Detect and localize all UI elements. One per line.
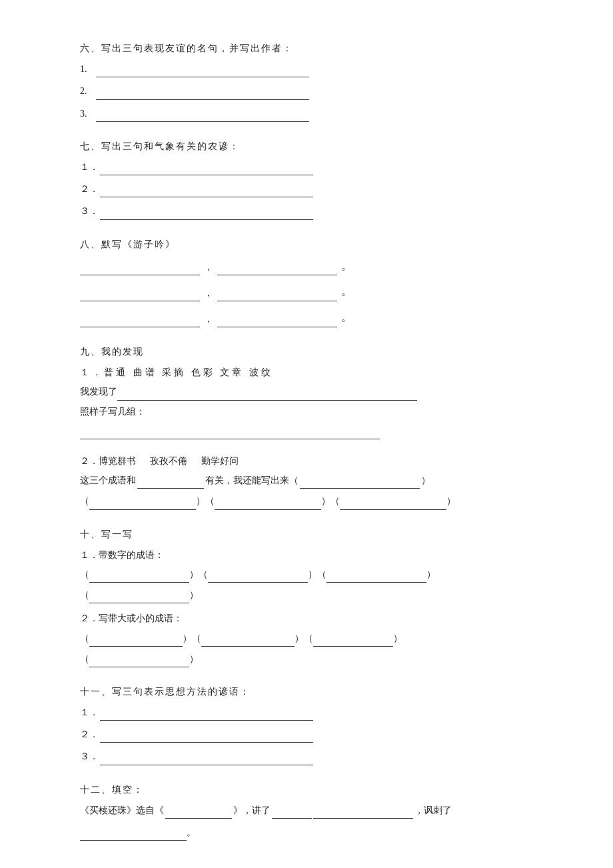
ten-p1-blank2[interactable]	[208, 571, 308, 583]
line-num-7-2: ２．	[80, 181, 99, 197]
answer-line-7-3[interactable]	[100, 208, 313, 220]
section-nine-title: 九、我的发现	[80, 343, 540, 360]
section-seven: 七、写出三句和气象有关的农谚： １． ２． ３．	[80, 138, 540, 220]
answer-line-11-1[interactable]	[100, 709, 313, 721]
ten-p2-close3: ）	[393, 630, 402, 647]
twelve-blank2[interactable]	[272, 807, 312, 819]
ten-p1-r2-open1: （	[80, 587, 89, 603]
poem-blank-1a[interactable]	[80, 263, 200, 275]
poem-line-1: ， 。	[80, 257, 540, 276]
section-seven-line3: ３．	[80, 203, 540, 219]
answer-line-6-3[interactable]	[96, 110, 309, 122]
section-eight-title: 八、默写《游子吟》	[80, 236, 540, 253]
twelve-blank1[interactable]	[165, 807, 232, 819]
section-seven-line2: ２．	[80, 181, 540, 197]
twelve-blank3[interactable]	[313, 807, 413, 819]
ten-part2-row1: （ ）（ ）（ ）	[80, 630, 540, 647]
twelve-blank4[interactable]	[80, 829, 187, 841]
poem-comma-1: ，	[204, 259, 213, 275]
nine-blank-r2-2[interactable]	[215, 498, 321, 510]
nine-part2-line1: 这三个成语和 有关，我还能写出来（ ）	[80, 472, 540, 489]
ten-p1-close3: ）	[426, 566, 436, 583]
ten-p2-blank3[interactable]	[313, 635, 393, 647]
section-six-line3: 3.	[80, 105, 540, 122]
nine-part2-blank1[interactable]	[137, 477, 204, 489]
twelve-text1: 《买椟还珠》选自《	[80, 802, 164, 819]
nine-part2-words: ２．博览群书 孜孜不倦 勤学好问	[80, 453, 540, 469]
line-num-11-1: １．	[80, 704, 99, 721]
answer-line-6-1[interactable]	[96, 65, 309, 77]
nine-part2-text2: 有关，我还能写出来（	[205, 472, 299, 489]
answer-line-7-2[interactable]	[100, 185, 313, 197]
section-nine: 九、我的发现 １．普通 曲谱 采摘 色彩 文章 波纹 我发现了 照样子写几组： …	[80, 343, 540, 510]
ten-p2-r2-blank1[interactable]	[89, 655, 189, 667]
section-seven-title: 七、写出三句和气象有关的农谚：	[80, 138, 540, 155]
nine-paren-close2: ）（	[321, 493, 340, 509]
ten-part1-label: １．带数字的成语：	[80, 547, 540, 563]
nine-part2-blank2[interactable]	[300, 477, 420, 489]
section-ten-title: 十、写一写	[80, 526, 540, 543]
ten-p1-r2-close1: ）	[189, 587, 199, 603]
poem-blank-2a[interactable]	[80, 289, 200, 301]
ten-p2-r2-close1: ）	[189, 651, 199, 667]
ten-part2-row2: （ ）	[80, 651, 540, 667]
poem-blank-3b[interactable]	[217, 315, 337, 327]
twelve-text2: 》，讲了	[233, 802, 271, 819]
nine-found-label: 我发现了	[80, 383, 117, 400]
ten-p1-close2: ）（	[308, 566, 326, 583]
ten-p1-blank1[interactable]	[89, 571, 189, 583]
section-eleven: 十一、写三句表示思想方法的谚语： １． ２． ３．	[80, 683, 540, 765]
line-num-11-2: ２．	[80, 726, 99, 743]
twelve-period: 。	[187, 824, 196, 841]
twelve-line1: 《买椟还珠》选自《 》，讲了 ，讽刺了	[80, 802, 540, 819]
line-num-2: 2.	[80, 83, 95, 99]
nine-sample-label: 照样子写几组：	[80, 403, 540, 420]
poem-blank-3a[interactable]	[80, 315, 200, 327]
answer-line-11-3[interactable]	[100, 753, 313, 765]
answer-line-11-2[interactable]	[100, 731, 313, 743]
answer-line-6-2[interactable]	[96, 88, 309, 100]
nine-found-row: 我发现了	[80, 383, 540, 400]
section-six-title: 六、写出三句表现友谊的名句，并写出作者：	[80, 40, 540, 57]
answer-line-7-1[interactable]	[100, 163, 313, 175]
poem-line-2: ， 。	[80, 282, 540, 301]
section-six: 六、写出三句表现友谊的名句，并写出作者： 1. 2. 3.	[80, 40, 540, 122]
ten-p2-blank2[interactable]	[201, 635, 295, 647]
line-num-7-3: ３．	[80, 203, 99, 219]
nine-part2-row2: （ ）（ ）（ ）	[80, 493, 540, 509]
ten-p1-r2-blank1[interactable]	[89, 591, 189, 603]
ten-p2-close1: ）（	[183, 630, 201, 647]
poem-blank-1b[interactable]	[217, 263, 337, 275]
twelve-line2: 。	[80, 824, 540, 841]
nine-words-1: １．普通 曲谱 采摘 色彩 文章 波纹	[80, 364, 540, 381]
section-eleven-line3: ３．	[80, 748, 540, 765]
nine-blank-r2-3[interactable]	[340, 498, 446, 510]
section-eleven-line1: １．	[80, 704, 540, 721]
ten-part1-row2: （ ）	[80, 587, 540, 603]
nine-paren-close3: ）	[446, 493, 456, 509]
nine-part2-paren-end: ）	[421, 472, 430, 489]
section-six-line2: 2.	[80, 83, 540, 99]
twelve-text3: ，讽刺了	[414, 802, 452, 819]
ten-p2-blank1[interactable]	[89, 635, 183, 647]
section-six-line1: 1.	[80, 61, 540, 77]
nine-sample-blank[interactable]	[80, 427, 380, 439]
poem-period-1: 。	[341, 257, 352, 276]
ten-part2-label: ２．写带大或小的成语：	[80, 610, 540, 627]
ten-p1-close1: ）（	[189, 566, 208, 583]
poem-comma-2: ，	[204, 285, 213, 301]
poem-period-3: 。	[341, 308, 352, 327]
line-num-3: 3.	[80, 105, 95, 122]
poem-period-2: 。	[341, 282, 352, 301]
poem-line-3: ， 。	[80, 308, 540, 327]
nine-part2-text1: 这三个成语和	[80, 472, 136, 489]
line-num-11-3: ３．	[80, 748, 99, 765]
nine-found-blank[interactable]	[117, 389, 417, 401]
section-eleven-line2: ２．	[80, 726, 540, 743]
nine-blank-r2-1[interactable]	[89, 498, 196, 510]
nine-paren-open1: （	[80, 493, 89, 509]
ten-p1-blank3[interactable]	[326, 571, 426, 583]
nine-paren-close1: ）（	[196, 493, 215, 509]
poem-blank-2b[interactable]	[217, 289, 337, 301]
section-eight: 八、默写《游子吟》 ， 。 ， 。 ， 。	[80, 236, 540, 328]
